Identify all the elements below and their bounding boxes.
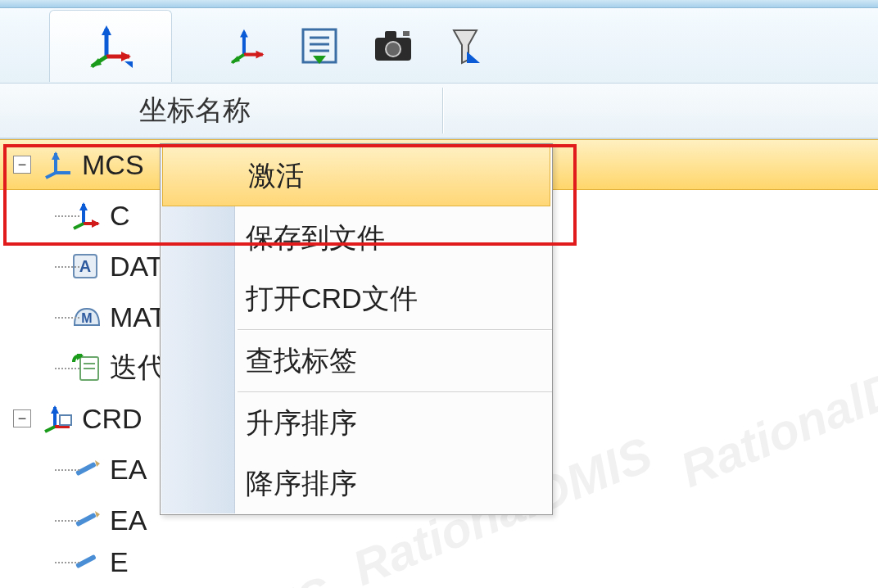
svg-marker-1 — [102, 25, 111, 35]
coordinate-axis-icon[interactable] — [229, 28, 265, 64]
menu-item-label: 降序排序 — [246, 465, 357, 503]
filter-funnel-icon[interactable] — [449, 27, 482, 65]
tree-node-label: E — [110, 546, 129, 578]
list-arrow-icon[interactable] — [301, 28, 337, 64]
svg-rect-44 — [60, 415, 71, 425]
svg-marker-8 — [240, 29, 248, 37]
svg-marker-10 — [256, 50, 265, 58]
tree-node-label: MCS — [82, 149, 144, 181]
svg-marker-3 — [121, 52, 131, 61]
toolbar-active-tab[interactable] — [49, 10, 172, 82]
context-menu: 激活 保存到文件 打开CRD文件 查找标签 升序排序 降序排序 — [160, 143, 553, 515]
tree-node-label: 迭代 — [110, 349, 165, 387]
menu-item-label: 查找标签 — [246, 342, 357, 380]
menu-item-label: 保存到文件 — [246, 219, 385, 257]
column-separator — [442, 88, 444, 133]
svg-marker-29 — [79, 202, 88, 210]
svg-marker-41 — [51, 405, 59, 414]
svg-marker-6 — [124, 61, 133, 68]
menu-item-label: 激活 — [248, 157, 304, 195]
menu-item-sort-desc[interactable]: 降序排序 — [161, 454, 552, 514]
title-bar — [0, 0, 878, 8]
tree-node-label: EA — [110, 454, 147, 486]
tree-node-label: DAT — [110, 251, 163, 283]
coordinate-box-icon — [41, 404, 77, 433]
svg-rect-21 — [403, 31, 410, 36]
menu-item-activate[interactable]: 激活 — [162, 146, 550, 206]
tree-node-label: MAT — [110, 301, 166, 333]
svg-line-32 — [74, 224, 84, 228]
svg-text:M: M — [81, 311, 92, 325]
panel-header: 坐标名称 — [0, 84, 878, 139]
expander-minus-icon[interactable]: − — [13, 156, 31, 174]
svg-marker-25 — [52, 152, 60, 160]
svg-line-27 — [46, 173, 56, 178]
svg-rect-19 — [385, 31, 396, 39]
svg-line-43 — [45, 427, 55, 432]
menu-item-sort-asc[interactable]: 升序排序 — [161, 393, 552, 454]
menu-item-label: 升序排序 — [246, 405, 357, 442]
camera-icon[interactable] — [373, 29, 413, 62]
tree-node-label: EA — [110, 504, 147, 536]
toolbar — [0, 8, 878, 84]
svg-point-20 — [386, 42, 401, 57]
expander-minus-icon[interactable]: − — [13, 409, 31, 427]
coordinate-axis-icon — [88, 24, 133, 68]
tree-row[interactable]: E — [0, 545, 878, 578]
axis-blue-icon — [41, 150, 77, 179]
menu-item-save-file[interactable]: 保存到文件 — [161, 208, 552, 269]
menu-item-find-tag[interactable]: 查找标签 — [161, 331, 552, 391]
svg-text:A: A — [79, 257, 91, 275]
svg-marker-31 — [92, 219, 100, 228]
column-header-name[interactable]: 坐标名称 — [0, 92, 442, 129]
tree-node-label: C — [110, 200, 130, 232]
tree-node-label: CRD — [82, 403, 143, 435]
menu-item-open-crd[interactable]: 打开CRD文件 — [161, 269, 552, 329]
tree-panel: RationalDMIS RationalDMIS RationalDMIS −… — [0, 139, 878, 588]
menu-item-label: 打开CRD文件 — [246, 280, 418, 318]
